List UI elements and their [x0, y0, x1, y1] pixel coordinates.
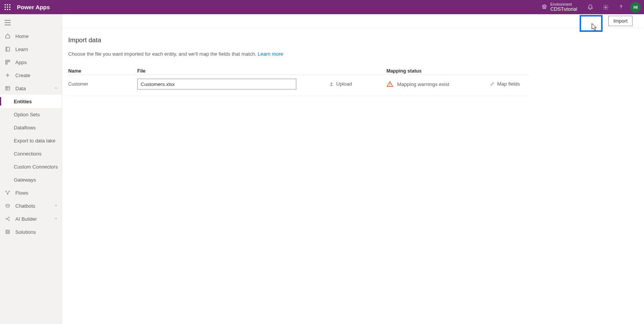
mapping-status-text: Mapping warnings exist	[397, 81, 449, 87]
account-avatar[interactable]: HI	[630, 2, 641, 13]
svg-rect-3	[5, 7, 6, 8]
content-area: Import data Choose the file you want imp…	[62, 28, 644, 324]
top-bar: Power Apps Environment CDSTutorial HI	[0, 0, 644, 14]
map-fields-button[interactable]: Map fields	[490, 81, 520, 87]
environment-picker[interactable]: Environment CDSTutorial	[536, 2, 583, 12]
sidebar-item-label: Entities	[14, 99, 32, 104]
sidebar-item-label: Option Sets	[14, 112, 40, 117]
environment-icon	[541, 4, 547, 10]
sidebar-item-flows[interactable]: Flows	[0, 186, 62, 199]
sidebar-item-label: Custom Connectors	[14, 164, 58, 170]
sidebar-item-label: AI Builder	[15, 216, 37, 222]
svg-rect-17	[6, 60, 7, 62]
svg-rect-4	[7, 7, 8, 8]
apps-icon	[5, 60, 11, 65]
chevron-up-icon	[54, 86, 58, 91]
map-fields-label: Map fields	[497, 81, 520, 87]
help-button[interactable]	[613, 0, 629, 14]
app-title: Power Apps	[17, 4, 50, 10]
file-name-input[interactable]	[137, 79, 296, 89]
svg-rect-5	[9, 7, 10, 8]
svg-point-26	[9, 191, 10, 192]
svg-point-27	[7, 193, 8, 194]
svg-point-11	[621, 8, 621, 9]
sidebar-item-learn[interactable]: Learn	[0, 43, 62, 56]
sidebar-item-entities[interactable]: Entities	[0, 95, 62, 108]
help-icon	[618, 4, 624, 10]
svg-rect-34	[6, 230, 9, 233]
svg-rect-0	[5, 4, 6, 5]
svg-rect-7	[7, 9, 8, 10]
sidebar-item-option-sets[interactable]: Option Sets	[0, 108, 62, 121]
sidebar-item-create[interactable]: Create	[0, 69, 62, 82]
plus-icon	[5, 73, 11, 78]
notifications-button[interactable]	[583, 0, 598, 14]
sidebar-item-home[interactable]: Home	[0, 30, 62, 43]
svg-rect-18	[8, 60, 10, 62]
sidebar-item-label: Learn	[15, 46, 28, 52]
table-row: Customer Upload	[68, 75, 529, 96]
svg-rect-22	[6, 86, 10, 90]
svg-point-10	[605, 7, 606, 8]
sidebar-item-label: Apps	[15, 60, 27, 65]
hamburger-icon	[5, 20, 11, 25]
svg-point-30	[8, 205, 8, 206]
sidebar-item-label: Solutions	[15, 229, 36, 235]
warning-icon	[386, 81, 393, 88]
learn-icon	[5, 46, 11, 52]
svg-rect-28	[6, 205, 9, 207]
gear-icon	[603, 4, 609, 10]
main-area: Import Import data Choose the file you w…	[62, 14, 644, 324]
edit-icon	[490, 81, 495, 86]
command-bar: Import	[62, 14, 644, 28]
sidebar-item-gateways[interactable]: Gateways	[0, 173, 62, 186]
svg-point-31	[6, 218, 7, 219]
table-header: Name File Mapping status	[68, 68, 529, 75]
sidebar-item-label: Connections	[14, 151, 41, 157]
upload-label: Upload	[336, 81, 352, 87]
entity-name: Customer	[68, 81, 137, 87]
sidebar-item-label: Flows	[15, 190, 28, 196]
ai-builder-icon	[5, 216, 11, 222]
sidebar-item-custom-connectors[interactable]: Custom Connectors	[0, 160, 62, 173]
sidebar-item-apps[interactable]: Apps	[0, 56, 62, 69]
sidebar-item-label: Export to data lake	[14, 138, 55, 144]
column-header-name: Name	[68, 68, 137, 74]
sidebar-item-export-lake[interactable]: Export to data lake	[0, 134, 62, 147]
svg-point-25	[6, 191, 7, 192]
environment-value: CDSTutorial	[550, 7, 577, 12]
svg-rect-8	[9, 9, 10, 10]
sidebar-item-data[interactable]: Data	[0, 82, 62, 95]
upload-button[interactable]: Upload	[329, 81, 352, 87]
nav-collapse-button[interactable]	[0, 16, 62, 30]
sidebar-item-ai-builder[interactable]: AI Builder	[0, 212, 62, 225]
svg-rect-19	[6, 63, 7, 64]
environment-label: Environment	[550, 2, 577, 7]
sidebar-item-label: Dataflows	[14, 125, 36, 131]
settings-button[interactable]	[598, 0, 613, 14]
sidebar-item-label: Create	[15, 73, 30, 78]
page-description-text: Choose the file you want imported for ea…	[68, 51, 258, 57]
solutions-icon	[5, 229, 11, 235]
flows-icon	[5, 190, 11, 195]
app-launcher-button[interactable]	[0, 0, 15, 14]
page-description: Choose the file you want imported for ea…	[68, 51, 644, 57]
sidebar-item-connections[interactable]: Connections	[0, 147, 62, 160]
sidebar: Home Learn Apps Create Data	[0, 14, 62, 324]
data-icon	[5, 86, 11, 91]
bell-icon	[587, 4, 593, 10]
chatbot-icon	[5, 203, 11, 208]
page-title: Import data	[68, 36, 644, 44]
learn-more-link[interactable]: Learn more	[258, 51, 283, 57]
import-table: Name File Mapping status Customer	[68, 68, 529, 96]
sidebar-item-chatbots[interactable]: Chatbots	[0, 199, 62, 212]
svg-point-29	[7, 205, 7, 206]
import-button[interactable]: Import	[608, 16, 632, 26]
svg-rect-1	[7, 4, 8, 5]
svg-point-38	[389, 85, 390, 86]
sidebar-item-solutions[interactable]: Solutions	[0, 225, 62, 238]
chevron-down-icon	[54, 203, 58, 209]
svg-point-33	[8, 220, 9, 220]
sidebar-item-dataflows[interactable]: Dataflows	[0, 121, 62, 134]
svg-rect-2	[9, 4, 10, 5]
